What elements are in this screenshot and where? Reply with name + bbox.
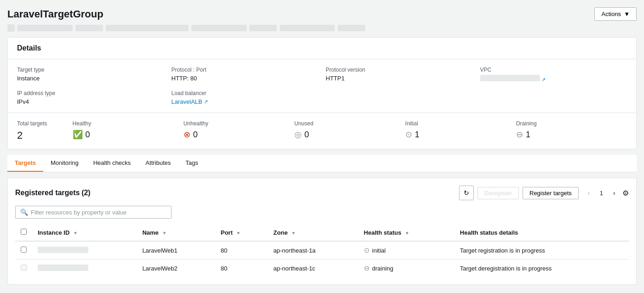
ip-address-type-item: IP address type IPv4: [17, 90, 164, 105]
deregister-button[interactable]: Deregister: [477, 187, 519, 199]
stats-row: Total targets 2 Healthy ✅ 0 Unhealthy ⊗ …: [8, 113, 636, 149]
table-row: LaravelWeb280ap-northeast-1c⊖ drainingTa…: [15, 259, 629, 277]
healthy-icon: ✅: [73, 130, 83, 140]
table-header-row: Instance ID ▼ Name ▼ Port ▼ Zone ▼: [15, 224, 629, 241]
unhealthy-stat: Unhealthy ⊗ 0: [184, 120, 294, 141]
register-targets-button[interactable]: Register targets: [523, 187, 579, 199]
targets-header: Registered targets (2) ↻ Deregister Regi…: [15, 186, 629, 200]
initial-status-icon: ⊙: [364, 246, 370, 254]
health-status-details-cell: Target registration is in progress: [454, 241, 629, 259]
load-balancer-label: Load balancer: [172, 90, 319, 96]
initial-stat: Initial ⊙ 1: [405, 120, 516, 141]
protocol-version-value: HTTP1: [326, 75, 473, 82]
unhealthy-icon: ⊗: [184, 130, 190, 140]
unused-label: Unused: [294, 120, 405, 127]
load-balancer-item: Load balancer LaravelALB ↗: [172, 90, 319, 105]
sort-icon-instance-id: ▼: [73, 231, 78, 236]
ip-address-type-value: IPv4: [17, 98, 164, 105]
initial-icon: ⊙: [405, 130, 412, 140]
targets-title: Registered targets: [15, 189, 80, 197]
health-status-details-cell: Target deregistration is in progress: [454, 259, 629, 277]
status-badge: ⊖ draining: [364, 264, 393, 272]
load-balancer-link[interactable]: LaravelALB ↗: [172, 98, 208, 105]
refresh-icon: ↻: [464, 189, 469, 197]
zone-cell: ap-northeast-1c: [268, 259, 358, 277]
unused-stat: Unused ◎ 0: [294, 120, 405, 141]
tabs-bar: Targets Monitoring Health checks Attribu…: [7, 155, 637, 172]
health-status-cell: ⊙ initial: [358, 241, 454, 259]
details-card: Details Target type Instance Protocol : …: [7, 37, 637, 149]
targets-section: Registered targets (2) ↻ Deregister Regi…: [7, 178, 637, 285]
healthy-stat: Healthy ✅ 0: [73, 120, 184, 141]
healthy-label: Healthy: [73, 120, 184, 127]
protocol-version-item: Protocol version HTTP1: [326, 67, 473, 83]
status-badge: ⊙ initial: [364, 246, 386, 254]
healthy-value: 0: [86, 130, 90, 140]
draining-icon: ⊖: [516, 130, 523, 140]
protocol-version-label: Protocol version: [326, 67, 473, 73]
tab-tags[interactable]: Tags: [178, 155, 205, 172]
tab-attributes[interactable]: Attributes: [138, 155, 178, 172]
target-type-label: Target type: [17, 67, 164, 73]
prev-page-button[interactable]: ‹: [582, 186, 595, 199]
protocol-port-label: Protocol : Port: [172, 67, 319, 73]
vpc-value-blurred: [480, 75, 540, 81]
health-status-cell: ⊖ draining: [358, 259, 454, 277]
table-row: LaravelWeb180ap-northeast-1a⊙ initialTar…: [15, 241, 629, 259]
next-page-button[interactable]: ›: [608, 186, 621, 199]
target-type-value: Instance: [17, 75, 164, 82]
details-grid: Target type Instance Protocol : Port HTT…: [8, 59, 636, 113]
instance-id-blurred: [38, 247, 88, 253]
tab-monitoring[interactable]: Monitoring: [43, 155, 86, 172]
external-link-icon: ↗: [541, 77, 546, 82]
tab-targets[interactable]: Targets: [7, 155, 43, 172]
row-checkbox[interactable]: [21, 265, 27, 270]
actions-label: Actions: [601, 11, 621, 17]
targets-actions: ↻ Deregister Register targets ‹ 1 › ⚙: [459, 186, 629, 200]
port-cell: 80: [215, 241, 268, 259]
vpc-item: VPC ↗: [480, 67, 627, 83]
col-health-status: Health status ▼: [358, 224, 454, 241]
refresh-button[interactable]: ↻: [459, 186, 474, 200]
total-targets-value: 2: [17, 130, 73, 141]
breadcrumb: [7, 24, 637, 32]
protocol-port-item: Protocol : Port HTTP: 80: [172, 67, 319, 83]
total-targets-stat: Total targets 2: [17, 120, 73, 141]
initial-label: Initial: [405, 120, 516, 127]
targets-table: Instance ID ▼ Name ▼ Port ▼ Zone ▼: [15, 224, 629, 277]
instance-id-cell[interactable]: [32, 259, 137, 277]
draining-stat: Draining ⊖ 1: [516, 120, 627, 141]
tab-health-checks[interactable]: Health checks: [86, 155, 138, 172]
page-title: LaravelTargetGroup: [7, 8, 104, 20]
actions-button[interactable]: Actions ▼: [594, 7, 637, 21]
select-all-checkbox[interactable]: [21, 229, 27, 235]
sort-icon-name: ▼: [162, 231, 167, 236]
load-balancer-external-icon: ↗: [204, 99, 208, 105]
zone-cell: ap-northeast-1a: [268, 241, 358, 259]
ip-address-type-label: IP address type: [17, 90, 164, 96]
instance-name-cell: LaravelWeb2: [137, 259, 215, 277]
instance-id-blurred: [38, 265, 88, 271]
protocol-port-value: HTTP: 80: [172, 75, 319, 82]
search-bar: 🔍: [15, 206, 629, 219]
status-text: initial: [372, 247, 386, 254]
details-title: Details: [8, 38, 636, 59]
col-port: Port ▼: [215, 224, 268, 241]
table-settings-icon[interactable]: ⚙: [622, 189, 629, 197]
unused-value: 0: [305, 130, 309, 140]
unhealthy-value: 0: [193, 130, 198, 140]
row-checkbox[interactable]: [21, 247, 27, 253]
pagination: ‹ 1 › ⚙: [582, 186, 629, 199]
chevron-down-icon: ▼: [624, 11, 630, 17]
sort-icon-port: ▼: [236, 231, 241, 236]
col-instance-id: Instance ID ▼: [32, 224, 137, 241]
sort-icon-health-status: ▼: [405, 231, 409, 236]
draining-status-icon: ⊖: [364, 264, 370, 272]
search-input[interactable]: [31, 209, 167, 216]
total-targets-label: Total targets: [17, 120, 73, 127]
select-all-header: [15, 224, 32, 241]
instance-name-cell: LaravelWeb1: [137, 241, 215, 259]
draining-label: Draining: [516, 120, 627, 127]
instance-id-cell[interactable]: [32, 241, 137, 259]
search-input-wrap: 🔍: [15, 206, 172, 219]
